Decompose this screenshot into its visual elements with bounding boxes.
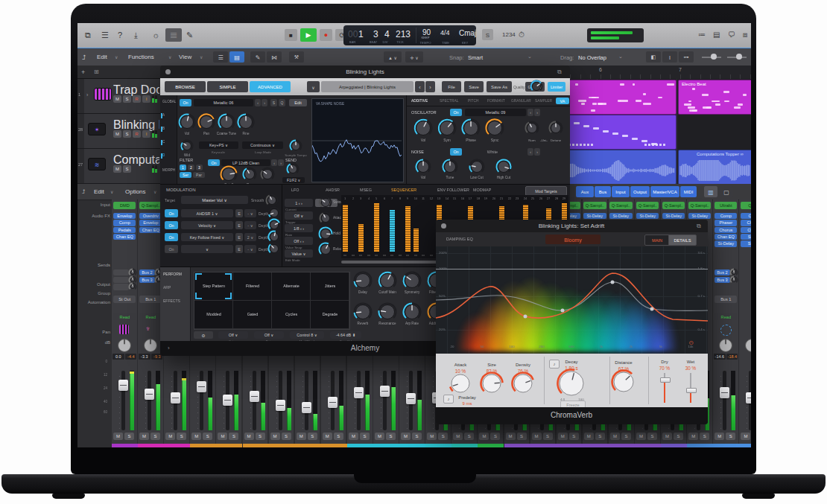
- perform-control-1[interactable]: Off ∨: [254, 331, 284, 339]
- play-button[interactable]: ▶: [300, 28, 317, 42]
- note-pad-icon[interactable]: ▤: [713, 31, 720, 39]
- pointer-tool-selector[interactable]: ▲ ∨: [384, 51, 402, 63]
- count-in-button[interactable]: 1234: [502, 31, 516, 38]
- mute-button[interactable]: M: [688, 433, 698, 440]
- v-zoom-handle[interactable]: [736, 54, 742, 60]
- track-header-2[interactable]: 28✶Blinking LightsMSRI: [77, 114, 161, 149]
- fader-groove[interactable]: [305, 371, 308, 430]
- mod-on-3[interactable]: On: [165, 245, 178, 253]
- mute-button[interactable]: M: [375, 433, 384, 440]
- midi-region-electro-beat[interactable]: Electro Beat: [678, 80, 751, 115]
- knob[interactable]: [484, 118, 505, 138]
- mute-button[interactable]: M: [244, 433, 254, 440]
- mute-button[interactable]: M: [714, 433, 724, 440]
- alchemy-save[interactable]: Save: [464, 81, 484, 92]
- fx-slot[interactable]: St-Delay: [636, 213, 659, 219]
- solo-button[interactable]: S: [700, 433, 709, 440]
- mod-target-field[interactable]: Master Vol ∨: [181, 196, 248, 204]
- knob[interactable]: [413, 118, 434, 138]
- strip-label[interactable]: StompTrap Door: [635, 444, 661, 447]
- list-icon[interactable]: ≔: [698, 31, 706, 39]
- mute-button[interactable]: M: [584, 433, 594, 440]
- mod-on-2[interactable]: On: [165, 233, 178, 241]
- output-button[interactable]: St Out: [113, 296, 136, 303]
- tab-details[interactable]: DETAILS: [668, 235, 697, 246]
- knob[interactable]: [377, 270, 398, 291]
- drag-value[interactable]: No Overlap: [578, 54, 606, 61]
- solo-button[interactable]: S: [150, 433, 160, 440]
- perform-settings[interactable]: ⚙: [194, 331, 213, 339]
- solo-button[interactable]: S: [124, 433, 134, 440]
- mod-n-2[interactable]: 2 ∨: [244, 233, 256, 241]
- slider-handle-wet[interactable]: [686, 388, 697, 393]
- output-button[interactable]: Bus 1: [139, 296, 162, 303]
- cv-knob-density[interactable]: [510, 371, 536, 396]
- seq-bar-3[interactable]: [358, 224, 364, 252]
- send-slot[interactable]: Bus 2: [139, 269, 155, 275]
- mod-n-0[interactable]: - ∨: [244, 209, 256, 217]
- fader-groove[interactable]: [200, 371, 203, 430]
- knob[interactable]: [285, 162, 300, 176]
- knob[interactable]: [402, 270, 422, 291]
- fx-slot[interactable]: St-Delay: [714, 240, 738, 246]
- solo-button[interactable]: S: [621, 433, 631, 440]
- strip-label[interactable]: Hi-HatOpen: [399, 444, 425, 447]
- strip-label[interactable]: Cowbell 3Trap Door: [609, 444, 635, 447]
- seq-bar-7[interactable]: [390, 210, 395, 252]
- strip-label[interactable]: NoiseTrap Door: [713, 444, 739, 447]
- fader-groove[interactable]: [357, 371, 361, 430]
- track-header-1[interactable]: 1›Trap DoorMSRI: [77, 79, 161, 114]
- mute-button[interactable]: M: [427, 433, 437, 440]
- preset-prev[interactable]: ‹: [415, 81, 425, 92]
- mod-tab-mseg[interactable]: MSEG: [360, 188, 372, 192]
- strip-label[interactable]: SlamTrap Door: [687, 444, 713, 447]
- track-s-button[interactable]: S: [123, 165, 131, 173]
- knob[interactable]: [529, 79, 544, 94]
- mute-button[interactable]: M: [558, 433, 568, 440]
- import-icon[interactable]: ⤓: [134, 31, 138, 40]
- strip-label[interactable]: Hi-Hat 2Trap Door: [373, 444, 399, 447]
- knob[interactable]: [267, 241, 282, 256]
- perform-pad-cycles[interactable]: Cycles: [272, 301, 311, 329]
- window-toggle-icon[interactable]: ⧉: [85, 31, 91, 40]
- mixer-view-single[interactable]: ▥: [704, 186, 717, 197]
- mixer-menu-options[interactable]: Options: [125, 188, 146, 195]
- perform-control-0[interactable]: Off ∨: [218, 331, 248, 339]
- mod-e-1[interactable]: E: [235, 221, 243, 229]
- track-m-button[interactable]: M: [113, 95, 121, 103]
- mute-button[interactable]: M: [191, 433, 201, 440]
- track-disclosure[interactable]: ›: [86, 92, 88, 98]
- filter-num-1[interactable]: 1: [180, 165, 186, 170]
- automation-button[interactable]: Read: [714, 313, 738, 320]
- view-region-button[interactable]: ▤: [229, 51, 244, 63]
- mute-button[interactable]: M: [662, 433, 672, 440]
- mixer-filter-midi[interactable]: MIDI: [680, 186, 697, 197]
- fx-slot[interactable]: St-Delay: [688, 213, 712, 219]
- mute-button[interactable]: M: [165, 433, 175, 440]
- mod-tab-ahdsr[interactable]: AHDSR: [326, 188, 340, 192]
- mute-button[interactable]: M: [270, 433, 280, 440]
- tab-main[interactable]: MAIN: [644, 235, 670, 246]
- solo-button[interactable]: S: [464, 433, 474, 440]
- fx-slot[interactable]: Chorus: [714, 227, 738, 233]
- seq-stepper-4[interactable]: Value ∨: [285, 249, 313, 258]
- h-zoom-handle[interactable]: [711, 54, 717, 60]
- solo-button[interactable]: S: [674, 433, 683, 440]
- fader-groove[interactable]: [723, 371, 726, 430]
- strip-label[interactable]: Snare 2Trap Door: [216, 444, 242, 447]
- solo-button[interactable]: S: [412, 433, 422, 440]
- strip-label[interactable]: Shaker 2Trap Door: [530, 444, 557, 447]
- fx-slot[interactable]: St-D: [741, 234, 751, 240]
- perform-pad-jitters[interactable]: Jitters: [311, 272, 349, 301]
- seq-bar-10[interactable]: [414, 229, 419, 252]
- osc-tab-granular[interactable]: GRANULAR: [511, 99, 531, 103]
- strip-label[interactable]: Clap 2Trap Door: [321, 444, 347, 447]
- fx-slot[interactable]: Chan EQ: [139, 227, 162, 233]
- seq-stepper-3[interactable]: Off ‹ ›: [285, 237, 313, 245]
- fx-slot[interactable]: St-Delay: [609, 213, 633, 219]
- peak-value[interactable]: -4.4: [125, 354, 137, 360]
- mute-button[interactable]: M: [453, 433, 463, 440]
- input-button[interactable]: Q-S: [741, 202, 751, 209]
- mute-button[interactable]: M: [218, 433, 227, 440]
- perform-control-3[interactable]: -4.64 dB ⬍: [330, 331, 361, 339]
